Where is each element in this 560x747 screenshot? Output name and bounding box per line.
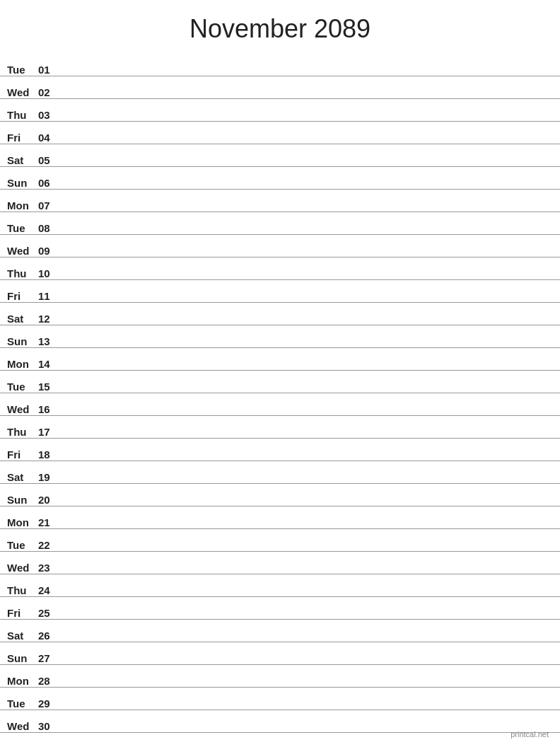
calendar-row: Sun27 (0, 642, 560, 665)
calendar-row: Tue08 (0, 212, 560, 235)
day-name: Sat (7, 471, 35, 483)
day-line (59, 505, 553, 506)
calendar-row: Thu24 (0, 574, 560, 597)
day-name: Fri (7, 607, 35, 619)
calendar-row: Mon07 (0, 190, 560, 212)
day-name: Tue (7, 697, 35, 710)
day-name: Sat (7, 313, 35, 325)
day-line (59, 98, 553, 98)
day-number: 20 (38, 494, 59, 506)
day-line (59, 188, 553, 189)
calendar-row: Tue22 (0, 529, 560, 552)
day-name: Sat (7, 630, 35, 642)
day-name: Sat (7, 154, 35, 166)
day-number: 01 (38, 64, 59, 76)
day-line (59, 347, 553, 347)
day-line (59, 324, 553, 325)
day-line (59, 75, 553, 76)
day-number: 03 (38, 109, 59, 121)
calendar-row: Wed02 (0, 76, 560, 99)
day-line (59, 596, 553, 596)
calendar-row: Tue29 (0, 688, 560, 710)
day-line (59, 279, 553, 279)
day-line (59, 415, 553, 415)
day-line (59, 369, 553, 370)
calendar-row: Wed16 (0, 393, 560, 416)
day-name: Sun (7, 177, 35, 189)
day-number: 26 (38, 630, 59, 642)
day-number: 29 (38, 697, 59, 710)
day-name: Wed (7, 86, 35, 98)
calendar-row: Sun20 (0, 484, 560, 506)
calendar-row: Fri18 (0, 439, 560, 461)
day-name: Wed (7, 245, 35, 257)
day-line (59, 618, 553, 619)
day-line (59, 482, 553, 483)
calendar-row: Thu17 (0, 416, 560, 439)
day-line (59, 664, 553, 664)
day-name: Tue (7, 539, 35, 551)
day-line (59, 460, 553, 461)
calendar-row: Mon14 (0, 348, 560, 371)
day-name: Fri (7, 132, 35, 144)
day-number: 10 (38, 267, 59, 279)
calendar-row: Sat05 (0, 144, 560, 167)
day-number: 25 (38, 607, 59, 619)
calendar-row: Tue15 (0, 371, 560, 393)
day-number: 22 (38, 539, 59, 551)
day-number: 11 (38, 290, 59, 302)
calendar-row: Wed23 (0, 552, 560, 574)
calendar-row: Sun06 (0, 167, 560, 190)
day-number: 19 (38, 471, 59, 483)
day-name: Wed (7, 403, 35, 415)
day-line (59, 686, 553, 687)
day-name: Mon (7, 358, 35, 370)
day-number: 08 (38, 222, 59, 234)
day-line (59, 528, 553, 528)
day-number: 27 (38, 652, 59, 664)
day-name: Thu (7, 584, 35, 596)
calendar-row: Wed09 (0, 235, 560, 257)
calendar-row: Sat12 (0, 303, 560, 325)
day-name: Thu (7, 267, 35, 279)
day-line (59, 437, 553, 438)
day-name: Wed (7, 720, 35, 732)
day-number: 09 (38, 245, 59, 257)
day-number: 17 (38, 426, 59, 438)
day-line (59, 233, 553, 234)
day-line (59, 256, 553, 257)
day-line (59, 709, 553, 710)
day-name: Thu (7, 109, 35, 121)
page-title: November 2089 (0, 0, 560, 54)
day-number: 30 (38, 720, 59, 732)
day-line (59, 573, 553, 574)
day-number: 12 (38, 313, 59, 325)
day-name: Sun (7, 652, 35, 664)
calendar-container: Tue01Wed02Thu03Fri04Sat05Sun06Mon07Tue08… (0, 54, 560, 733)
day-line (59, 143, 553, 144)
day-number: 05 (38, 154, 59, 166)
day-number: 21 (38, 516, 59, 528)
day-name: Mon (7, 675, 35, 687)
calendar-row: Thu03 (0, 99, 560, 122)
calendar-row: Tue01 (0, 54, 560, 76)
day-number: 14 (38, 358, 59, 370)
day-name: Tue (7, 222, 35, 234)
day-line (59, 301, 553, 302)
day-name: Tue (7, 64, 35, 76)
day-name: Sun (7, 494, 35, 506)
day-number: 13 (38, 335, 59, 347)
day-number: 04 (38, 132, 59, 144)
calendar-row: Fri04 (0, 122, 560, 144)
day-name: Sun (7, 335, 35, 347)
day-line (59, 731, 553, 732)
calendar-row: Mon21 (0, 506, 560, 529)
day-number: 07 (38, 199, 59, 212)
calendar-row: Fri11 (0, 280, 560, 303)
calendar-row: Mon28 (0, 665, 560, 688)
day-name: Wed (7, 562, 35, 574)
day-number: 18 (38, 448, 59, 461)
day-line (59, 550, 553, 551)
day-number: 23 (38, 562, 59, 574)
day-name: Mon (7, 516, 35, 528)
